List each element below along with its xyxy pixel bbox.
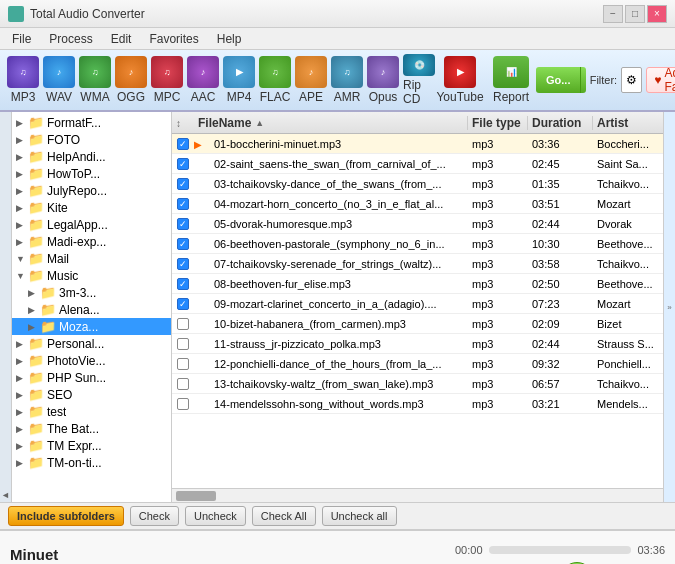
go-button[interactable]: Go... ▼ xyxy=(536,67,586,93)
table-row[interactable]: 02-saint_saens-the_swan_(from_carnival_o… xyxy=(172,154,663,174)
tree-item[interactable]: ▶📁SEO xyxy=(12,386,171,403)
tree-item[interactable]: ▶📁Kite xyxy=(12,199,171,216)
table-row[interactable]: 03-tchaikovsky-dance_of_the_swans_(from_… xyxy=(172,174,663,194)
row-checkbox[interactable] xyxy=(172,338,194,350)
table-row[interactable]: 10-bizet-habanera_(from_carmen).mp3mp302… xyxy=(172,314,663,334)
tree-item[interactable]: ▶📁HowToP... xyxy=(12,165,171,182)
row-checkbox[interactable] xyxy=(172,158,194,170)
row-checkbox[interactable] xyxy=(172,238,194,250)
row-checkbox[interactable] xyxy=(172,298,194,310)
checkbox[interactable] xyxy=(177,198,189,210)
checkbox[interactable] xyxy=(177,218,189,230)
close-button[interactable]: × xyxy=(647,5,667,23)
convert-flac-button[interactable]: ♫ FLAC xyxy=(258,53,292,107)
convert-mpc-button[interactable]: ♫ MPC xyxy=(150,53,184,107)
row-checkbox[interactable] xyxy=(172,138,194,150)
tree-item[interactable]: ▶📁PhotoVie... xyxy=(12,352,171,369)
menu-favorites[interactable]: Favorites xyxy=(141,30,206,48)
minimize-button[interactable]: − xyxy=(603,5,623,23)
tree-item[interactable]: ▶📁HelpAndi... xyxy=(12,148,171,165)
table-row[interactable]: 09-mozart-clarinet_concerto_in_a_(adagio… xyxy=(172,294,663,314)
col-artist-header[interactable]: Artist xyxy=(593,116,663,130)
go-main[interactable]: Go... xyxy=(536,67,581,93)
tree-item[interactable]: ▶📁The Bat... xyxy=(12,420,171,437)
horizontal-scrollbar[interactable] xyxy=(172,488,663,502)
table-row[interactable]: ▶01-boccherini-minuet.mp3mp303:36Boccher… xyxy=(172,134,663,154)
table-row[interactable]: 04-mozart-horn_concerto_(no_3_in_e_flat_… xyxy=(172,194,663,214)
check-all-button[interactable]: Check All xyxy=(252,506,316,526)
convert-mp3-button[interactable]: ♫ MP3 xyxy=(6,53,40,107)
tree-item[interactable]: ▶📁3m-3... xyxy=(12,284,171,301)
row-checkbox[interactable] xyxy=(172,378,194,390)
table-row[interactable]: 11-strauss_jr-pizzicato_polka.mp3mp302:4… xyxy=(172,334,663,354)
convert-mp4-button[interactable]: ▶ MP4 xyxy=(222,53,256,107)
menu-process[interactable]: Process xyxy=(41,30,100,48)
convert-aac-button[interactable]: ♪ AAC xyxy=(186,53,220,107)
right-expand-arrows[interactable]: » xyxy=(663,112,675,502)
col-type-header[interactable]: File type xyxy=(468,116,528,130)
convert-amr-button[interactable]: ♫ AMR xyxy=(330,53,364,107)
tree-item[interactable]: ▼📁Mail xyxy=(12,250,171,267)
tree-item[interactable]: ▼📁Music xyxy=(12,267,171,284)
maximize-button[interactable]: □ xyxy=(625,5,645,23)
col-duration-header[interactable]: Duration xyxy=(528,116,593,130)
uncheck-all-button[interactable]: Uncheck all xyxy=(322,506,397,526)
tree-item[interactable]: ▶📁TM-on-ti... xyxy=(12,454,171,471)
col-filename-header[interactable]: FileName ▲ xyxy=(194,116,468,130)
menu-help[interactable]: Help xyxy=(209,30,250,48)
table-row[interactable]: 14-mendelssohn-song_without_words.mp3mp3… xyxy=(172,394,663,414)
convert-wav-button[interactable]: ♪ WAV xyxy=(42,53,76,107)
tree-item[interactable]: ▶📁FormatF... xyxy=(12,114,171,131)
report-button[interactable]: 📊 Report xyxy=(492,53,530,107)
tree-item[interactable]: ▶📁Moza... xyxy=(12,318,171,335)
filter-icon-button[interactable]: ⚙ xyxy=(621,67,642,93)
progress-bar[interactable] xyxy=(489,546,632,554)
menu-edit[interactable]: Edit xyxy=(103,30,140,48)
checkbox[interactable] xyxy=(177,398,189,410)
convert-ape-button[interactable]: ♪ APE xyxy=(294,53,328,107)
rip-cd-button[interactable]: 💿 Rip CD xyxy=(402,53,436,107)
tree-item[interactable]: ▶📁PHP Sun... xyxy=(12,369,171,386)
tree-item[interactable]: ▶📁LegalApp... xyxy=(12,216,171,233)
checkbox[interactable] xyxy=(177,138,189,150)
tree-left-arrow[interactable]: ◄ xyxy=(0,112,12,502)
table-row[interactable]: 07-tchaikovsky-serenade_for_strings_(wal… xyxy=(172,254,663,274)
convert-ogg-button[interactable]: ♪ OGG xyxy=(114,53,148,107)
checkbox[interactable] xyxy=(177,258,189,270)
checkbox[interactable] xyxy=(177,318,189,330)
row-checkbox[interactable] xyxy=(172,218,194,230)
table-row[interactable]: 05-dvorak-humoresque.mp3mp302:44Dvorak xyxy=(172,214,663,234)
row-checkbox[interactable] xyxy=(172,278,194,290)
convert-opus-button[interactable]: ♪ Opus xyxy=(366,53,400,107)
tree-item[interactable]: ▶📁Madi-exp... xyxy=(12,233,171,250)
row-checkbox[interactable] xyxy=(172,358,194,370)
checkbox[interactable] xyxy=(177,298,189,310)
add-favorite-button[interactable]: ♥ Add Favorite xyxy=(646,67,675,93)
checkbox[interactable] xyxy=(177,358,189,370)
tree-item[interactable]: ▶📁JulyRepo... xyxy=(12,182,171,199)
tree-item[interactable]: ▶📁test xyxy=(12,403,171,420)
tree-item[interactable]: ▶📁TM Expr... xyxy=(12,437,171,454)
checkbox[interactable] xyxy=(177,238,189,250)
table-row[interactable]: 08-beethoven-fur_elise.mp3mp302:50Beetho… xyxy=(172,274,663,294)
check-button[interactable]: Check xyxy=(130,506,179,526)
menu-file[interactable]: File xyxy=(4,30,39,48)
tree-item[interactable]: ▶📁Personal... xyxy=(12,335,171,352)
table-row[interactable]: 13-tchaikovsky-waltz_(from_swan_lake).mp… xyxy=(172,374,663,394)
tree-item[interactable]: ▶📁FOTO xyxy=(12,131,171,148)
row-checkbox[interactable] xyxy=(172,318,194,330)
checkbox[interactable] xyxy=(177,338,189,350)
tree-item[interactable]: ▶📁Alena... xyxy=(12,301,171,318)
table-row[interactable]: 12-ponchielli-dance_of_the_hours_(from_l… xyxy=(172,354,663,374)
row-checkbox[interactable] xyxy=(172,178,194,190)
go-dropdown-arrow[interactable]: ▼ xyxy=(581,67,585,93)
checkbox[interactable] xyxy=(177,178,189,190)
checkbox[interactable] xyxy=(177,378,189,390)
row-checkbox[interactable] xyxy=(172,258,194,270)
youtube-button[interactable]: ▶ YouTube xyxy=(438,53,482,107)
convert-wma-button[interactable]: ♫ WMA xyxy=(78,53,112,107)
row-checkbox[interactable] xyxy=(172,198,194,210)
row-checkbox[interactable] xyxy=(172,398,194,410)
include-subfolders-button[interactable]: Include subfolders xyxy=(8,506,124,526)
uncheck-button[interactable]: Uncheck xyxy=(185,506,246,526)
